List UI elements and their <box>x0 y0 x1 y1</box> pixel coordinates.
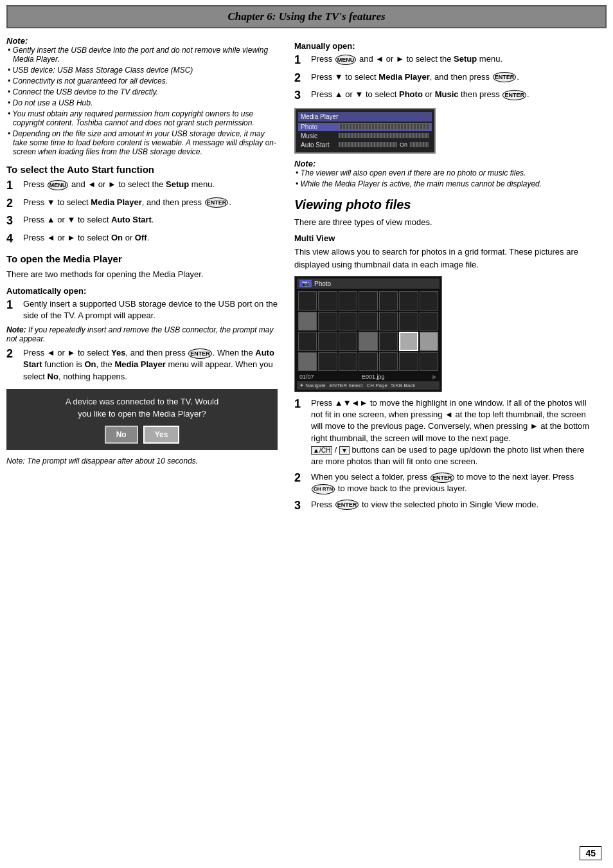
view-steps: 1 Press ▲▼◄► to move the highlight in on… <box>294 397 598 512</box>
menu-button-icon: MENU <box>48 180 69 190</box>
note-label-right: Note: <box>294 159 315 168</box>
main-content: Note: Gently insert the USB device into … <box>0 36 613 516</box>
note-item: Connect the USB device to the TV directl… <box>6 87 278 96</box>
photo-thumb <box>399 312 418 330</box>
photo-thumb <box>318 332 337 350</box>
prompt-line1: A device was connected to the TV. Would <box>17 395 267 408</box>
enter-button-icon: ENTER <box>335 500 359 510</box>
photo-thumb <box>318 352 337 371</box>
chapter-title: Chapter 6: Using the TV's features <box>227 10 385 23</box>
multi-view-heading: Multi View <box>294 233 598 243</box>
enter-button-icon: ENTER <box>188 348 212 359</box>
step-item: 1 Press ▲▼◄► to move the highlight in on… <box>294 397 598 467</box>
tv-row-photo: Photo <box>298 123 432 131</box>
note-block-right: Note: The viewer will also open even if … <box>294 159 598 188</box>
note-block-top: Note: Gently insert the USB device into … <box>6 36 278 156</box>
menu-button-icon: MENU <box>335 55 357 65</box>
step-item: 1 Press MENU and ◄ or ► to select the Se… <box>294 53 598 68</box>
photo-grid <box>297 290 440 372</box>
photo-thumb <box>420 312 438 330</box>
open-player-intro: There are two methods for opening the Me… <box>6 268 278 281</box>
page-number: 45 <box>580 846 601 860</box>
auto-start-heading: To select the Auto Start function <box>6 164 278 175</box>
photo-thumb <box>318 291 337 310</box>
manually-open-steps: 1 Press MENU and ◄ or ► to select the Se… <box>294 53 598 103</box>
note-item: Do not use a USB Hub. <box>6 98 278 107</box>
photo-thumb <box>318 312 337 330</box>
photo-grid-screenshot: 📷 Photo <box>294 276 442 392</box>
photo-thumb <box>359 291 377 310</box>
photo-thumb <box>298 352 317 371</box>
enter-button-icon: ENTER <box>431 473 454 483</box>
step-item: 3 Press ENTER to view the selected photo… <box>294 499 598 513</box>
auto-open-steps: 1 Gently insert a supported USB storage … <box>6 298 278 321</box>
photo-grid-info-left: 01/07 <box>299 374 314 380</box>
step-item: 3 Press ▲ or ▼ to select Photo or Music … <box>294 89 598 103</box>
ch-rtn-button-icon: CH RTN <box>312 484 335 494</box>
left-column: Note: Gently insert the USB device into … <box>6 36 289 516</box>
enter-button-icon: ENTER <box>493 72 517 82</box>
right-column: Manually open: 1 Press MENU and ◄ or ► t… <box>289 36 598 516</box>
step-item: 1 Gently insert a supported USB storage … <box>6 298 278 321</box>
note-list-right: The viewer will also open even if there … <box>294 168 598 188</box>
photo-thumb <box>420 352 438 371</box>
photo-grid-title: 📷 Photo <box>297 278 440 289</box>
prompt-yes-button[interactable]: Yes <box>143 426 180 444</box>
step-item: 2 Press ◄ or ► to select Yes, and then p… <box>6 347 278 383</box>
note-item: Depending on the file size and amount in… <box>6 129 278 156</box>
note-item: The viewer will also open even if there … <box>294 168 598 177</box>
photo-thumb <box>420 291 438 310</box>
photo-thumb <box>339 352 357 371</box>
photo-thumb <box>379 291 398 310</box>
tv-screenshot-title: Media Player <box>298 112 432 122</box>
auto-open-note: Note: If you repeatedly insert and remov… <box>6 325 278 343</box>
multi-view-desc: This view allows you to search for photo… <box>294 246 598 271</box>
photo-thumb <box>420 332 438 350</box>
photo-thumb <box>298 291 317 310</box>
photo-grid-nav: ✦ Navigate ENTER Select CH Page 5/KB Bac… <box>297 381 440 390</box>
step-item: 2 Press ▼ to select Media Player, and th… <box>294 71 598 86</box>
enter-button-icon: ENTER <box>205 197 229 208</box>
photo-thumb <box>359 312 377 330</box>
photo-thumb <box>379 312 398 330</box>
enter-button-icon: ENTER <box>502 90 526 100</box>
tv-screenshot-media-player: Media Player Photo Music Auto Start On <box>294 108 436 154</box>
photo-thumb <box>359 332 377 350</box>
viewing-photo-heading: Viewing photo files <box>294 197 598 212</box>
photo-thumb <box>339 312 357 330</box>
photo-thumb <box>379 352 398 371</box>
note-list: Gently insert the USB device into the po… <box>6 46 278 156</box>
photo-thumb <box>339 291 357 310</box>
tv-row-music: Music <box>298 132 432 140</box>
photo-thumb <box>298 312 317 330</box>
photo-thumb-selected <box>399 332 418 350</box>
chapter-header: Chapter 6: Using the TV's features <box>6 5 607 28</box>
auto-start-steps: 1 Press MENU and ◄ or ► to select the Se… <box>6 179 278 246</box>
prompt-line2: you like to open the Media Player? <box>17 408 267 420</box>
photo-grid-info-right: E001.jpg <box>362 374 385 380</box>
photo-thumb <box>399 352 418 371</box>
photo-thumb <box>379 332 398 350</box>
prompt-buttons: No Yes <box>17 426 267 444</box>
note-item: While the Media Player is active, the ma… <box>294 179 598 188</box>
step-item: 4 Press ◄ or ► to select On or Off. <box>6 232 278 246</box>
auto-open-subheading: Automatically open: <box>6 286 278 296</box>
photo-grid-info: 01/07 E001.jpg ▶ <box>297 372 440 381</box>
note-item: You must obtain any required permission … <box>6 109 278 127</box>
note-item: Connectivity is not guaranteed for all d… <box>6 77 278 86</box>
step-item: 3 Press ▲ or ▼ to select Auto Start. <box>6 214 278 228</box>
step-item: 1 Press MENU and ◄ or ► to select the Se… <box>6 179 278 193</box>
note-item: Gently insert the USB device into the po… <box>6 46 278 64</box>
note-label: Note: <box>6 36 28 46</box>
tv-row-autostart: Auto Start On <box>298 141 432 149</box>
auto-open-steps-2: 2 Press ◄ or ► to select Yes, and then p… <box>6 347 278 383</box>
step-item: 2 When you select a folder, press ENTER … <box>294 471 598 494</box>
prompt-no-button[interactable]: No <box>105 426 138 444</box>
prompt-note: Note: The prompt will disappear after ab… <box>6 457 278 466</box>
open-player-heading: To open the Media Player <box>6 253 278 264</box>
note-item: USB device: USB Mass Storage Class devic… <box>6 66 278 75</box>
photo-thumb <box>399 291 418 310</box>
photo-thumb <box>339 332 357 350</box>
manually-open-heading: Manually open: <box>294 41 598 51</box>
photo-thumb <box>298 332 317 350</box>
